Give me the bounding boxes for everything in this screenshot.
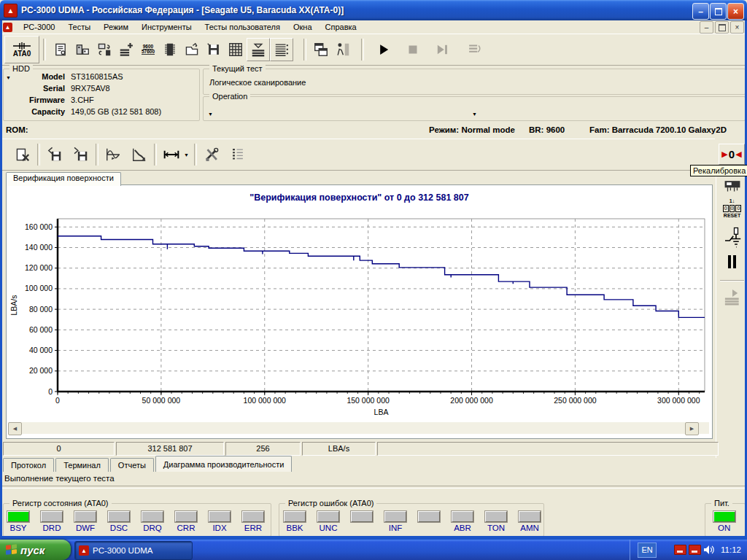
pc3000-tray-icon-2[interactable] [689,545,701,555]
recalibrate-button[interactable]: ▶ 0 ◀ [719,144,745,165]
menu-help[interactable]: Справка [319,22,363,32]
tab-protocol[interactable]: Протокол [3,458,54,472]
app-logo-icon: ▲ [4,4,18,18]
settings-button[interactable] [201,144,222,166]
menu-pc3000[interactable]: PC-3000 [17,22,61,32]
operation-title: Operation [209,92,250,101]
hdd-model-row: ModelST3160815AS [4,71,199,82]
baud-rate-button[interactable]: 9600 57600 [137,39,159,61]
error-led-label: UNC [317,524,339,532]
error-led-label: ABR [452,524,473,532]
scroll-right-button[interactable]: ▶ [685,422,699,435]
power-switch-button[interactable] [716,226,747,248]
pc3000-tray-icon[interactable] [674,545,686,555]
drive-passport-button[interactable] [50,39,71,61]
right-tool-column: 1↓ 000 RESET [716,169,747,458]
scroll-left-button[interactable]: ◀ [8,422,22,435]
stop-test-button [402,39,424,61]
report-lines-icon [274,42,290,58]
reset-button[interactable]: 1↓ 000 RESET [716,198,747,219]
parameters-button[interactable] [227,144,249,166]
wave-chart-button[interactable] [102,144,124,166]
y-tick-label: 0 [48,387,53,396]
tab-terminal[interactable]: Терминал [55,458,109,472]
mdi-system-icon[interactable]: ▲ [3,23,12,32]
operation-dropdown-arrow[interactable]: ▼ [206,110,214,117]
save-profile-button[interactable] [203,39,225,61]
start-button-label: пуск [20,544,44,556]
restore-button[interactable] [710,3,727,20]
error-led-ABR [452,511,473,522]
start-test-button[interactable] [373,39,395,61]
hdd-serial-value: 9RX75AV8 [71,82,110,94]
tab-reports[interactable]: Отчеты [110,458,154,472]
mdi-minimize-button[interactable]: – [700,21,713,34]
status-register-title: Регистр состояния (ATA0) [9,499,112,508]
pause-button[interactable] [716,255,747,268]
slope-chart-button[interactable] [128,144,150,166]
pci-card-button[interactable] [716,178,747,192]
close-button[interactable]: × [727,3,744,20]
separator-groove [0,486,747,489]
toolbar-separator [96,144,98,166]
x-tick-label: 250 000 000 [554,396,597,405]
folder-open-icon [184,42,200,58]
chip-button[interactable] [159,39,181,61]
tab-performance-diagram[interactable]: Диаграмма производительности [155,456,293,472]
error-led-label: BBK [284,524,306,532]
user-exit-button[interactable] [332,39,354,61]
recalibrate-left-arrow: ▶ [721,150,727,158]
report-button[interactable] [270,38,293,61]
save-graph-button[interactable] [44,144,66,166]
test-queue-button [463,39,485,61]
load-graph-button[interactable] [70,144,92,166]
operation-dropdown-arrow-2[interactable]: ▼ [471,110,479,117]
task-button-pc3000[interactable]: ▲ PC-3000 UDMA [74,541,193,560]
menu-windows[interactable]: Окна [287,22,319,32]
power-group-title: Пит. [711,499,732,508]
y-tick-label: 80 000 [29,305,53,314]
range-dropdown-arrow[interactable]: ▼ [182,151,190,158]
menu-bar: ▲ PC-3000 Тесты Режим Инструменты Тесты … [0,20,747,34]
hdd-serial-label: Serial [4,82,65,94]
minimize-button[interactable]: – [692,3,709,20]
pc3000-window: ▲ PC-3000 UDMA - Российская Федерация - … [0,0,747,560]
folder-open-button[interactable] [181,39,203,61]
start-button[interactable]: пуск [0,540,71,560]
volume-icon[interactable] [703,545,715,555]
menu-mode[interactable]: Режим [97,22,135,32]
clear-graph-button[interactable] [12,144,34,166]
ata0-port-button[interactable]: ATA0 [4,36,39,63]
status-led-IDX [209,511,231,522]
mdi-close-button[interactable]: × [730,21,744,34]
y-tick-label: 40 000 [29,346,53,354]
language-indicator[interactable]: EN [638,542,657,558]
menu-tools[interactable]: Инструменты [135,22,198,32]
graph-panel: "Верификация поверхности" от 0 до 312 58… [6,184,713,439]
step-test-button [431,39,453,61]
filter-button[interactable] [247,38,270,61]
menu-user-tests[interactable]: Тесты пользователя [198,22,287,32]
clear-graph-icon [15,147,31,163]
current-test-status: Выполнение текущего теста [4,474,115,483]
hdd-firmware-row: Firmware3.CHF [4,94,199,106]
add-test-button[interactable] [115,39,137,61]
task-button-label: PC-3000 UDMA [93,546,152,555]
chart-hscrollbar[interactable]: ◀ ▶ [8,422,709,434]
tab-surface-verification[interactable]: Верификация поверхности [6,172,121,186]
status-led-label: BSY [7,524,29,532]
graph-toolbar: ▼ [0,139,715,171]
status-led-label: DRD [41,524,63,532]
resources-button[interactable] [71,39,93,61]
data-exchange-button[interactable] [93,39,115,61]
drive-passport-icon [53,42,69,58]
grid-button[interactable] [225,39,247,61]
range-button[interactable] [160,144,182,166]
task-logo-icon: ▲ [79,545,89,556]
mdi-restore-button[interactable] [715,21,729,34]
power-led [713,511,735,522]
menu-tests[interactable]: Тесты [61,22,97,32]
right-toolbar-separator [720,280,744,281]
recalibrate-tooltip: Рекалибровка [690,165,747,176]
windows-cascade-button[interactable] [310,39,332,61]
